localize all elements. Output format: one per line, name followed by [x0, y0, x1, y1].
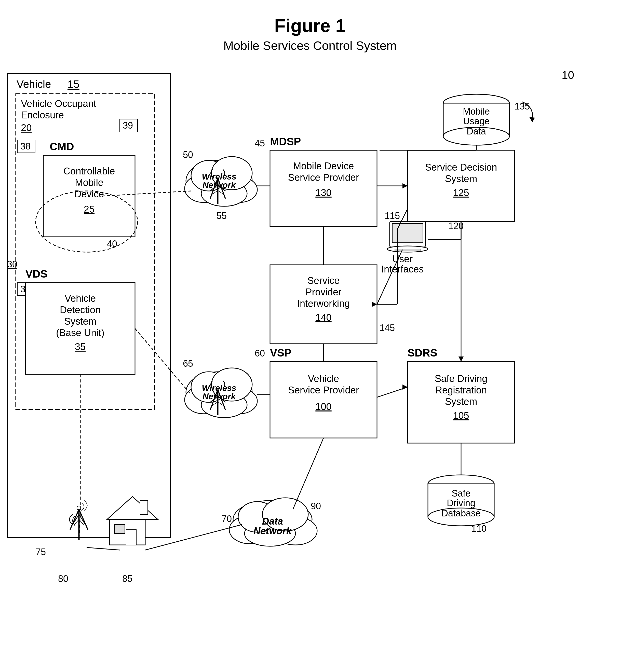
- svg-line-156: [293, 438, 323, 509]
- svg-text:Vehicle: Vehicle: [308, 373, 339, 384]
- svg-text:105: 105: [453, 410, 469, 421]
- svg-text:40: 40: [107, 239, 117, 249]
- svg-text:35: 35: [75, 341, 86, 352]
- svg-text:Data: Data: [262, 516, 283, 526]
- svg-text:140: 140: [315, 312, 331, 323]
- svg-text:145: 145: [379, 323, 395, 333]
- page-subtitle: Mobile Services Control System: [0, 39, 620, 53]
- svg-text:130: 130: [315, 187, 331, 198]
- svg-text:Network: Network: [203, 180, 236, 190]
- svg-text:CMD: CMD: [50, 141, 74, 153]
- svg-text:Vehicle: Vehicle: [16, 78, 51, 90]
- svg-text:80: 80: [58, 573, 68, 584]
- svg-text:55: 55: [216, 211, 227, 221]
- svg-text:Vehicle: Vehicle: [65, 293, 96, 304]
- svg-rect-72: [395, 249, 420, 251]
- svg-text:Service Provider: Service Provider: [288, 385, 359, 395]
- svg-text:15: 15: [67, 78, 80, 90]
- svg-text:Interworking: Interworking: [297, 298, 350, 309]
- page-title: Figure 1: [0, 0, 620, 36]
- svg-text:Interfaces: Interfaces: [381, 264, 424, 275]
- svg-text:39: 39: [123, 120, 133, 131]
- svg-text:Mobile: Mobile: [75, 177, 103, 188]
- svg-rect-134: [115, 524, 125, 534]
- svg-text:SDRS: SDRS: [408, 347, 437, 359]
- svg-text:Network: Network: [203, 392, 236, 401]
- svg-text:38: 38: [20, 141, 31, 152]
- svg-text:100: 100: [315, 401, 331, 412]
- svg-text:Provider: Provider: [305, 287, 342, 297]
- svg-text:115: 115: [384, 211, 400, 221]
- svg-text:System: System: [445, 396, 477, 407]
- svg-text:Device: Device: [74, 189, 104, 200]
- svg-text:125: 125: [453, 187, 469, 198]
- svg-text:135: 135: [515, 101, 530, 112]
- svg-text:Controllable: Controllable: [63, 166, 115, 176]
- svg-text:Service Decision: Service Decision: [425, 162, 497, 173]
- svg-text:Registration: Registration: [435, 385, 487, 395]
- svg-text:Usage: Usage: [463, 116, 489, 126]
- svg-text:65: 65: [183, 358, 193, 369]
- svg-text:System: System: [445, 173, 477, 184]
- svg-text:50: 50: [183, 150, 193, 160]
- svg-text:Service Provider: Service Provider: [288, 172, 359, 183]
- svg-text:110: 110: [471, 523, 486, 534]
- svg-text:45: 45: [255, 138, 265, 149]
- svg-text:Detection: Detection: [60, 304, 101, 315]
- svg-text:(Base Unit): (Base Unit): [56, 328, 104, 338]
- svg-text:Safe: Safe: [452, 488, 470, 499]
- diagram-svg: Vehicle 15 Vehicle Occupant Enclosure 20…: [0, 56, 620, 667]
- svg-text:Service: Service: [307, 275, 340, 286]
- svg-text:85: 85: [122, 573, 133, 584]
- svg-text:75: 75: [36, 547, 46, 557]
- svg-text:25: 25: [84, 204, 95, 215]
- svg-text:Enclosure: Enclosure: [21, 110, 64, 120]
- svg-line-154: [87, 548, 120, 550]
- svg-text:20: 20: [21, 122, 32, 133]
- svg-text:Driving: Driving: [447, 498, 475, 508]
- svg-text:30: 30: [7, 259, 17, 269]
- svg-rect-52: [408, 150, 515, 222]
- svg-text:System: System: [64, 316, 97, 327]
- svg-text:User: User: [392, 254, 413, 264]
- svg-marker-162: [459, 356, 464, 361]
- svg-text:Network: Network: [253, 525, 292, 536]
- svg-text:90: 90: [311, 501, 321, 511]
- svg-text:Data: Data: [467, 126, 486, 136]
- svg-rect-135: [140, 500, 148, 514]
- svg-text:Mobile Device: Mobile Device: [293, 161, 354, 171]
- svg-rect-133: [126, 530, 136, 545]
- svg-rect-70: [392, 224, 423, 243]
- svg-text:70: 70: [222, 514, 232, 524]
- svg-text:MDSP: MDSP: [270, 135, 301, 148]
- svg-marker-165: [529, 117, 535, 122]
- svg-text:Safe Driving: Safe Driving: [435, 373, 487, 384]
- svg-marker-163: [403, 385, 408, 390]
- svg-text:VDS: VDS: [25, 268, 47, 280]
- svg-line-160: [377, 249, 403, 304]
- svg-marker-161: [403, 183, 408, 188]
- svg-text:VSP: VSP: [270, 347, 292, 359]
- svg-text:Mobile: Mobile: [463, 106, 490, 117]
- svg-text:60: 60: [255, 348, 265, 358]
- svg-text:Wireless: Wireless: [202, 383, 236, 393]
- svg-text:Wireless: Wireless: [202, 172, 236, 181]
- svg-text:Database: Database: [442, 508, 481, 518]
- svg-text:Vehicle Occupant: Vehicle Occupant: [21, 98, 96, 109]
- svg-rect-95: [270, 361, 377, 438]
